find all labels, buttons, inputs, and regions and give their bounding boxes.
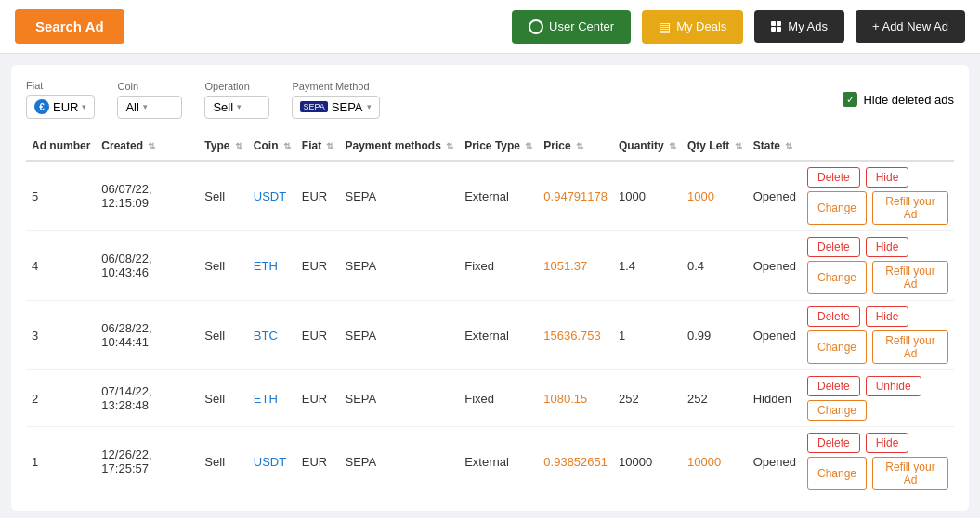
td-type: Sell [199, 161, 247, 231]
td-coin: ETH [248, 370, 296, 427]
unhide-button[interactable]: Unhide [866, 376, 921, 396]
td-price-type: External [459, 427, 538, 497]
td-actions: Delete Hide Change Refill your Ad [802, 161, 954, 231]
col-fiat[interactable]: Fiat ⇅ [296, 132, 340, 161]
operation-label: Operation [204, 81, 269, 92]
refill-button[interactable]: Refill your Ad [872, 191, 948, 225]
hide-deleted-toggle[interactable]: ✓ Hide deleted ads [843, 92, 954, 107]
sort-icon: ⇅ [785, 141, 792, 151]
td-price: 1051.37 [538, 231, 613, 301]
td-created: 07/14/22, 13:28:48 [96, 370, 199, 427]
td-id: 3 [26, 301, 96, 370]
td-price-type: External [459, 301, 538, 370]
ads-table: Ad number Created ⇅ Type ⇅ Coin ⇅ Fiat ⇅… [26, 132, 954, 496]
col-type[interactable]: Type ⇅ [199, 132, 247, 161]
td-fiat: EUR [296, 370, 340, 427]
col-quantity[interactable]: Quantity ⇅ [613, 132, 682, 161]
fiat-select[interactable]: € EUR ▾ [26, 95, 95, 119]
col-created[interactable]: Created ⇅ [96, 132, 199, 161]
change-button[interactable]: Change [807, 400, 867, 421]
table-row: 5 06/07/22, 12:15:09 Sell USDT EUR SEPA … [26, 161, 954, 231]
td-actions: Delete Hide Change Refill your Ad [802, 301, 954, 370]
sepa-icon: SEPA [300, 101, 327, 112]
td-id: 4 [26, 231, 96, 301]
td-payment: SEPA [339, 370, 459, 427]
change-button[interactable]: Change [807, 457, 867, 490]
change-button[interactable]: Change [807, 191, 867, 225]
td-actions: Delete Unhide Change [802, 370, 954, 427]
hide-button[interactable]: Hide [866, 237, 909, 257]
user-center-button[interactable]: User Center [512, 10, 631, 44]
delete-button[interactable]: Delete [807, 306, 860, 327]
delete-button[interactable]: Delete [807, 433, 860, 453]
search-ad-button[interactable]: Search Ad [15, 9, 124, 44]
actions-cell: Delete Hide Change Refill your Ad [807, 237, 948, 294]
td-id: 5 [26, 161, 96, 231]
td-created: 06/28/22, 10:44:41 [96, 301, 199, 370]
coin-select[interactable]: All ▾ [117, 96, 182, 119]
coin-label: Coin [117, 81, 182, 92]
actions-cell: Delete Hide Change Refill your Ad [807, 167, 948, 225]
checkbox-checked-icon: ✓ [843, 92, 857, 107]
fiat-label: Fiat [26, 80, 95, 91]
col-price-type[interactable]: Price Type ⇅ [459, 132, 538, 161]
hide-button[interactable]: Hide [866, 433, 909, 453]
actions-cell: Delete Hide Change Refill your Ad [807, 433, 948, 490]
td-fiat: EUR [296, 301, 340, 370]
td-price: 0.94791178 [538, 161, 613, 231]
td-qty-left: 10000 [682, 427, 748, 497]
td-price: 15636.753 [538, 301, 613, 370]
euro-icon: € [34, 99, 49, 114]
user-icon [529, 19, 543, 34]
col-ad-number: Ad number [26, 132, 96, 161]
refill-button[interactable]: Refill your Ad [872, 330, 948, 364]
td-coin: USDT [248, 161, 296, 231]
change-button[interactable]: Change [807, 330, 867, 364]
sort-icon: ⇅ [669, 141, 676, 151]
td-coin: USDT [248, 427, 296, 497]
operation-select[interactable]: Sell ▾ [204, 96, 269, 119]
td-created: 12/26/22, 17:25:57 [96, 427, 199, 497]
col-state[interactable]: State ⇅ [748, 132, 802, 161]
sort-icon: ⇅ [283, 141, 291, 151]
td-qty-left: 1000 [682, 161, 748, 231]
add-new-ad-button[interactable]: + Add New Ad [856, 10, 965, 43]
td-actions: Delete Hide Change Refill your Ad [802, 231, 954, 301]
td-price-type: External [459, 161, 538, 231]
td-actions: Delete Hide Change Refill your Ad [802, 427, 954, 497]
delete-button[interactable]: Delete [807, 237, 860, 257]
refill-button[interactable]: Refill your Ad [872, 261, 948, 294]
chevron-down-icon: ▾ [82, 102, 86, 111]
sort-icon: ⇅ [235, 141, 242, 151]
table-row: 1 12/26/22, 17:25:57 Sell USDT EUR SEPA … [26, 427, 954, 497]
payment-method-select[interactable]: SEPA SEPA ▾ [292, 96, 379, 119]
change-button[interactable]: Change [807, 261, 867, 294]
delete-button[interactable]: Delete [807, 376, 860, 396]
td-type: Sell [199, 427, 247, 497]
td-payment: SEPA [339, 301, 459, 370]
delete-button[interactable]: Delete [807, 167, 860, 188]
chevron-down-icon: ▾ [367, 102, 372, 111]
hide-button[interactable]: Hide [866, 306, 909, 327]
td-fiat: EUR [296, 427, 340, 497]
td-price: 1080.15 [538, 370, 613, 427]
td-type: Sell [199, 301, 247, 370]
sort-icon: ⇅ [148, 141, 155, 151]
coin-filter: Coin All ▾ [117, 81, 182, 119]
actions-cell: Delete Hide Change Refill your Ad [807, 306, 948, 364]
my-deals-button[interactable]: ▤ My Deals [642, 10, 743, 44]
td-fiat: EUR [296, 161, 340, 231]
hide-button[interactable]: Hide [866, 167, 909, 188]
td-created: 06/08/22, 10:43:46 [96, 231, 199, 301]
td-quantity: 10000 [613, 427, 682, 497]
refill-button[interactable]: Refill your Ad [872, 457, 948, 490]
td-price-type: Fixed [459, 370, 538, 427]
sort-icon: ⇅ [326, 141, 333, 151]
my-ads-button[interactable]: My Ads [754, 10, 844, 43]
col-coin[interactable]: Coin ⇅ [248, 132, 296, 161]
col-payment-methods[interactable]: Payment methods ⇅ [339, 132, 459, 161]
col-qty-left[interactable]: Qty Left ⇅ [682, 132, 748, 161]
td-state: Opened [748, 161, 802, 231]
filters-bar: Fiat € EUR ▾ Coin All ▾ Operation Sell ▾ [26, 80, 954, 119]
col-price[interactable]: Price ⇅ [538, 132, 613, 161]
